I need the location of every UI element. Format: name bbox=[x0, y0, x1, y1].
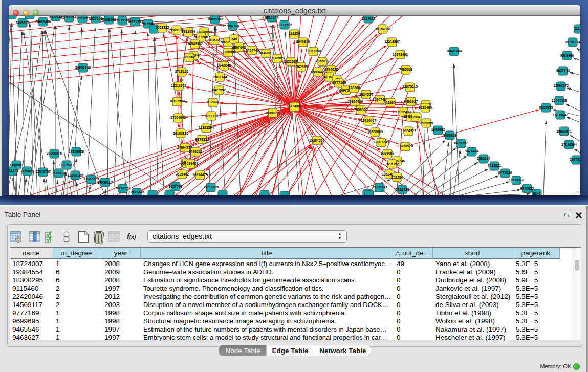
svg-text:17654943: 17654943 bbox=[170, 116, 186, 119]
svg-text:917004: 917004 bbox=[207, 100, 219, 104]
svg-text:1853257: 1853257 bbox=[62, 16, 76, 19]
svg-text:17957223: 17957223 bbox=[83, 177, 99, 181]
svg-text:3911941: 3911941 bbox=[9, 169, 18, 172]
svg-text:9794028: 9794028 bbox=[324, 68, 338, 71]
svg-text:20364436: 20364436 bbox=[347, 100, 363, 103]
svg-text:546: 546 bbox=[231, 37, 237, 41]
svg-text:10688609: 10688609 bbox=[367, 130, 383, 134]
svg-text:8454749: 8454749 bbox=[246, 49, 259, 52]
svg-text:1640953: 1640953 bbox=[431, 128, 445, 132]
svg-text:10654112: 10654112 bbox=[509, 178, 524, 182]
svg-text:9329966: 9329966 bbox=[560, 54, 574, 57]
svg-text:10756928: 10756928 bbox=[398, 144, 413, 148]
svg-text:9245652: 9245652 bbox=[520, 187, 534, 190]
svg-text:8215955: 8215955 bbox=[539, 106, 553, 110]
svg-text:10961758: 10961758 bbox=[306, 49, 321, 53]
svg-text:16782759: 16782759 bbox=[115, 186, 130, 190]
svg-text:15136141: 15136141 bbox=[372, 185, 387, 189]
svg-text:8912954: 8912954 bbox=[182, 30, 195, 33]
svg-text:12942757: 12942757 bbox=[35, 170, 51, 173]
svg-text:12975115: 12975115 bbox=[402, 85, 418, 89]
svg-text:2718126: 2718126 bbox=[175, 70, 189, 73]
svg-text:9242848: 9242848 bbox=[217, 63, 231, 67]
svg-text:1527602: 1527602 bbox=[89, 17, 103, 20]
svg-text:9227343: 9227343 bbox=[556, 69, 570, 72]
svg-text:1156829: 1156829 bbox=[20, 169, 34, 173]
svg-text:9267110: 9267110 bbox=[205, 114, 218, 118]
svg-text:20691406: 20691406 bbox=[35, 20, 51, 24]
svg-text:7955812: 7955812 bbox=[316, 59, 330, 63]
svg-text:12093872: 12093872 bbox=[553, 84, 569, 87]
svg-text:16543382: 16543382 bbox=[187, 42, 203, 46]
svg-text:252254: 252254 bbox=[391, 176, 403, 179]
svg-text:10653267: 10653267 bbox=[75, 16, 90, 20]
svg-text:9272118: 9272118 bbox=[49, 16, 62, 18]
svg-text:25300203: 25300203 bbox=[265, 111, 280, 115]
svg-text:8878332: 8878332 bbox=[195, 138, 209, 141]
svg-text:14099488: 14099488 bbox=[183, 162, 198, 165]
svg-text:16914479: 16914479 bbox=[192, 173, 208, 177]
svg-text:16648784: 16648784 bbox=[446, 49, 462, 53]
svg-text:16154838: 16154838 bbox=[375, 27, 390, 31]
svg-text:12823446: 12823446 bbox=[129, 190, 144, 194]
svg-text:8990448: 8990448 bbox=[311, 70, 325, 74]
svg-text:1615152: 1615152 bbox=[385, 162, 399, 166]
svg-text:9084067: 9084067 bbox=[381, 151, 395, 155]
svg-text:1405572: 1405572 bbox=[16, 21, 30, 25]
svg-text:18807249: 18807249 bbox=[374, 140, 389, 144]
svg-text:19654923: 19654923 bbox=[401, 129, 416, 133]
svg-text:16053809: 16053809 bbox=[207, 17, 223, 21]
svg-text:12505135: 12505135 bbox=[68, 173, 83, 177]
svg-text:7663822: 7663822 bbox=[156, 26, 169, 29]
svg-text:10958117: 10958117 bbox=[97, 181, 113, 184]
svg-text:2867608: 2867608 bbox=[232, 46, 246, 49]
svg-text:7986322: 7986322 bbox=[354, 108, 368, 112]
svg-text:15716485: 15716485 bbox=[203, 185, 219, 189]
svg-text:12213967: 12213967 bbox=[384, 40, 400, 43]
svg-text:9463627: 9463627 bbox=[404, 100, 418, 103]
svg-text:9146821: 9146821 bbox=[259, 51, 273, 55]
svg-text:16107554: 16107554 bbox=[169, 99, 185, 103]
svg-text:1167533: 1167533 bbox=[570, 158, 580, 161]
svg-text:18724007: 18724007 bbox=[287, 104, 302, 108]
svg-text:746266: 746266 bbox=[349, 86, 360, 90]
svg-text:6466160: 6466160 bbox=[102, 18, 116, 21]
svg-text:16210643: 16210643 bbox=[553, 113, 568, 117]
svg-text:19166825: 19166825 bbox=[173, 132, 188, 135]
svg-text:9327500: 9327500 bbox=[194, 35, 208, 39]
svg-text:7904: 7904 bbox=[412, 115, 420, 119]
svg-text:12213369: 12213369 bbox=[171, 84, 186, 87]
svg-text:17004786: 17004786 bbox=[177, 146, 192, 149]
svg-text:19975867: 19975867 bbox=[59, 163, 74, 167]
svg-text:2935114: 2935114 bbox=[477, 157, 490, 160]
svg-text:1362615: 1362615 bbox=[294, 65, 308, 69]
svg-text:8813054: 8813054 bbox=[265, 16, 279, 19]
svg-text:9699695: 9699695 bbox=[420, 121, 433, 125]
svg-text:11128: 11128 bbox=[574, 27, 580, 30]
svg-text:8427552: 8427552 bbox=[212, 88, 226, 92]
svg-text:8938923: 8938923 bbox=[443, 134, 457, 137]
svg-text:1145194: 1145194 bbox=[52, 171, 66, 175]
svg-text:2803144: 2803144 bbox=[213, 75, 227, 79]
svg-text:8640910: 8640910 bbox=[296, 40, 310, 43]
svg-text:8186328: 8186328 bbox=[208, 38, 222, 42]
svg-text:3875685: 3875685 bbox=[222, 50, 235, 54]
svg-text:62160: 62160 bbox=[386, 101, 396, 104]
svg-text:15720407: 15720407 bbox=[361, 119, 376, 122]
svg-text:8322037: 8322037 bbox=[284, 60, 298, 63]
svg-text:19384554: 19384554 bbox=[309, 139, 324, 142]
svg-text:11353594: 11353594 bbox=[199, 126, 214, 129]
svg-text:19218506: 19218506 bbox=[277, 23, 292, 27]
svg-text:7485063: 7485063 bbox=[399, 68, 413, 71]
svg-text:15885820: 15885820 bbox=[270, 56, 285, 60]
svg-text:6479197: 6479197 bbox=[454, 141, 468, 145]
svg-text:1485061: 1485061 bbox=[10, 163, 24, 167]
svg-text:17016504: 17016504 bbox=[561, 143, 577, 146]
svg-text:15751074: 15751074 bbox=[565, 40, 580, 44]
svg-text:9115460: 9115460 bbox=[419, 106, 432, 110]
svg-text:7632621: 7632621 bbox=[488, 164, 502, 167]
svg-text:8498222: 8498222 bbox=[189, 150, 203, 154]
svg-text:7357224: 7357224 bbox=[226, 24, 240, 28]
svg-text:20206576: 20206576 bbox=[47, 151, 62, 155]
svg-text:2087682: 2087682 bbox=[362, 17, 376, 20]
